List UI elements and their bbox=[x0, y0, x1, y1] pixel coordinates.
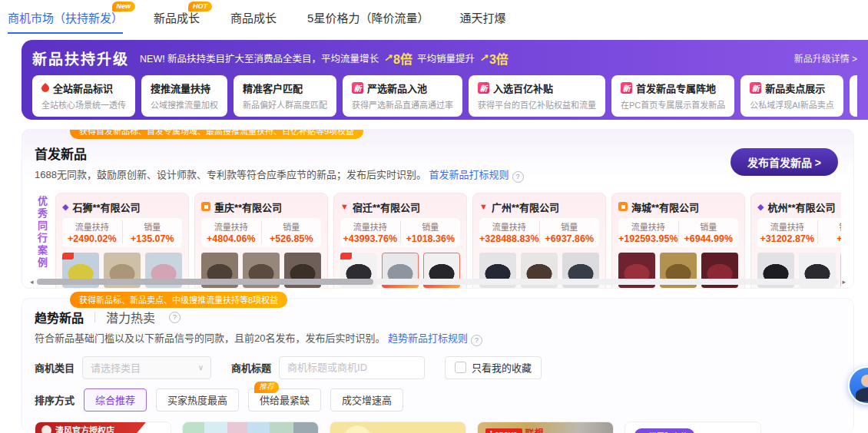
tab-label: 新品成长 bbox=[154, 12, 200, 25]
sales-stat: 销量+6944.99% bbox=[678, 220, 738, 244]
peer-cases-label: 优秀同行案例 bbox=[35, 193, 49, 289]
sort-option-wrap: 供给最紧缺推荐 bbox=[248, 388, 321, 412]
company-card[interactable]: ▼广州**有限公司流量扶持+328488.83%销量+6937.86% bbox=[472, 193, 606, 289]
sales-stat: 销量+6937.86% bbox=[539, 220, 599, 244]
banner-benefit-card: 搜推流量扶持公域搜推流量加权 bbox=[141, 75, 227, 117]
scrollbar-thumb[interactable] bbox=[37, 279, 374, 285]
avatar bbox=[856, 388, 868, 402]
tab-item[interactable]: 商机市场（扶持新发）New bbox=[8, 9, 123, 34]
category-filter-group: 商机类目 请选择类目 ∨ bbox=[35, 356, 211, 379]
product-card[interactable]: Lenovo联想 bbox=[477, 421, 614, 433]
benefit-card-desc: 全站核心场景统一透传 bbox=[41, 98, 126, 111]
banner-details-link[interactable]: 新品升级详情 > bbox=[794, 51, 857, 64]
trend-desc-text: 符合新品基础门槛以及以下新品信号的同款，且前20名发布，发布后实时识别。 bbox=[35, 332, 385, 344]
company-name: 重庆**有限公司 bbox=[214, 200, 282, 214]
first-launch-desc: 1688无同款，鼓励原创新、设计师款、专利款等符合应季应节的新品；发布后实时识别… bbox=[35, 167, 841, 183]
traffic-label: 流量扶持 bbox=[62, 220, 122, 233]
sales-label: 销量 bbox=[818, 220, 842, 233]
sort-option-button[interactable]: 成交增速高 bbox=[330, 388, 403, 412]
brand-banner: 清风官方授权店 bbox=[35, 422, 171, 433]
publish-first-launch-button[interactable]: 发布首发新品 > bbox=[731, 148, 838, 176]
sales-label: 销量 bbox=[540, 220, 599, 233]
tab-label: 通天打爆 bbox=[459, 12, 505, 25]
company-card[interactable]: 海城**有限公司流量扶持+192593.95%销量+6944.99% bbox=[611, 193, 745, 289]
help-icon[interactable]: ? bbox=[169, 312, 181, 323]
banner-benefit-card: 新新品卖点展示公私域浮现AI新品卖点 bbox=[740, 75, 843, 117]
trend-filters: 商机类目 请选择类目 ∨ 商机标题 只看我的收藏 bbox=[35, 356, 841, 379]
gem-purple-icon: ◆ bbox=[757, 202, 764, 212]
top-tabs: 商机市场（扶持新发）New新品成长HOT商品成长5星价格力（降价流量）通天打爆 bbox=[0, 0, 868, 34]
tab-label: 5星价格力（降价流量） bbox=[307, 12, 429, 25]
first-launch-desc-text: 1688无同款，鼓励原创新、设计师款、专利款等符合应季应节的新品；发布后实时识别… bbox=[35, 169, 426, 180]
benefit-card-title-row: 新入选百亿补贴 bbox=[478, 81, 596, 95]
traffic-stat: 流量扶持+31202.87% bbox=[757, 220, 817, 244]
company-card[interactable]: ▼宿迁**有限公司流量扶持+43993.76%销量+1018.36% bbox=[333, 193, 467, 289]
sales-multiplier: 3倍 bbox=[489, 49, 509, 68]
tmall-global-badge: 天猫国际直营 bbox=[634, 428, 694, 433]
hot-tag-icon bbox=[340, 253, 352, 259]
help-icon[interactable]: ? bbox=[471, 335, 482, 346]
benefit-card-title: 严选新品入池 bbox=[367, 81, 427, 95]
benefit-card-title: 入选百亿补贴 bbox=[493, 81, 553, 95]
company-scrollbar[interactable]: ◂ ▸ bbox=[30, 278, 846, 286]
benefit-card-title-row: 新新品卖点展示 bbox=[750, 81, 833, 95]
sort-option-button[interactable]: 综合推荐 bbox=[84, 388, 147, 412]
company-name-row: 海城**有限公司 bbox=[618, 200, 738, 214]
trend-rules-link[interactable]: 趋势新品打标规则 bbox=[388, 332, 468, 344]
sales-value: +662 bbox=[818, 233, 842, 244]
opportunity-title-input[interactable] bbox=[279, 356, 425, 379]
trend-up-icon: ↗ bbox=[383, 52, 392, 64]
sort-option-wrap: 综合推荐 bbox=[84, 388, 147, 412]
badge-orange-icon bbox=[201, 202, 210, 211]
traffic-value: +31202.87% bbox=[757, 233, 817, 244]
company-card[interactable]: ◆杭州**有限公司流量扶持+31202.87%销量+662 bbox=[750, 193, 841, 289]
tab-item[interactable]: 通天打爆 bbox=[459, 9, 505, 32]
new-badge-icon: 新 bbox=[750, 82, 761, 94]
first-launch-rules-link[interactable]: 首发新品打标规则 bbox=[429, 169, 509, 180]
first-launch-title: 首发新品 bbox=[35, 144, 841, 163]
traffic-label: 流量扶持 bbox=[757, 220, 817, 233]
sales-stat: 销量+135.07% bbox=[122, 220, 183, 244]
help-icon[interactable]: ? bbox=[512, 171, 524, 183]
company-card[interactable]: ◆石狮**有限公司流量扶持+2490.02%销量+135.07% bbox=[55, 193, 189, 289]
company-name: 宿迁**有限公司 bbox=[353, 200, 420, 214]
sort-option-button[interactable]: 买家热度最高 bbox=[156, 388, 239, 412]
benefit-card-title-row: 新严选新品入池 bbox=[352, 81, 453, 95]
traffic-stat: 流量扶持+192593.95% bbox=[618, 220, 678, 244]
product-card[interactable] bbox=[182, 421, 319, 433]
sales-stat: 销量+1018.36% bbox=[400, 220, 461, 244]
category-select[interactable]: 请选择类目 ∨ bbox=[82, 356, 211, 379]
scroll-left-icon[interactable]: ◂ bbox=[30, 278, 34, 286]
product-card[interactable]: 天猫国际直营 bbox=[624, 421, 761, 433]
benefit-card-desc: 公私域浮现AI新品卖点 bbox=[750, 98, 833, 111]
product-card[interactable] bbox=[330, 421, 466, 433]
tab-item[interactable]: 5星价格力（降价流量） bbox=[307, 9, 429, 32]
tab-item[interactable]: 新品成长HOT bbox=[154, 9, 200, 32]
gem-purple-icon: ◆ bbox=[62, 202, 68, 212]
lenovo-cn-name: 联想 bbox=[525, 428, 544, 433]
product-card[interactable]: 清风官方授权店 bbox=[35, 421, 171, 433]
scroll-right-icon[interactable]: ▸ bbox=[842, 278, 846, 286]
recommended-badge: 推荐 bbox=[254, 382, 279, 393]
tab-potential-hot[interactable]: 潜力热卖 bbox=[106, 308, 155, 326]
scrollbar-track[interactable] bbox=[37, 279, 840, 285]
company-name-row: ▼宿迁**有限公司 bbox=[340, 200, 460, 214]
company-card[interactable]: 重庆**有限公司流量扶持+4804.06%销量+526.85% bbox=[194, 193, 328, 289]
company-name: 海城**有限公司 bbox=[631, 200, 699, 214]
company-cards: ◆石狮**有限公司流量扶持+2490.02%销量+135.07%重庆**有限公司… bbox=[55, 193, 841, 289]
traffic-value: +2490.02% bbox=[62, 233, 122, 244]
new-badge-icon: 新 bbox=[621, 82, 632, 94]
lenovo-logo: Lenovo bbox=[485, 428, 522, 433]
company-stats: 流量扶持+2490.02%销量+135.07% bbox=[62, 218, 182, 247]
badge-orange-icon bbox=[618, 202, 628, 211]
banner-benefit-card: 精准客户匹配新品偏好人群高度匹配 bbox=[234, 75, 336, 117]
favorites-filter[interactable]: 只看我的收藏 bbox=[445, 356, 542, 379]
tab-item[interactable]: 商品成长 bbox=[230, 9, 277, 32]
benefit-card-title-row: 全站新品标识 bbox=[41, 81, 126, 95]
benefit-card-desc: 公域搜推流量加权 bbox=[151, 98, 218, 111]
sort-label: 排序方式 bbox=[35, 392, 75, 407]
tab-trend-new[interactable]: 趋势新品 bbox=[35, 308, 84, 326]
sales-stat: 销量+526.85% bbox=[261, 220, 322, 244]
trend-ribbon: 获得新品标、新品卖点、中级搜推流量扶持等8项权益 bbox=[70, 292, 287, 308]
favorites-checkbox[interactable] bbox=[455, 362, 466, 373]
